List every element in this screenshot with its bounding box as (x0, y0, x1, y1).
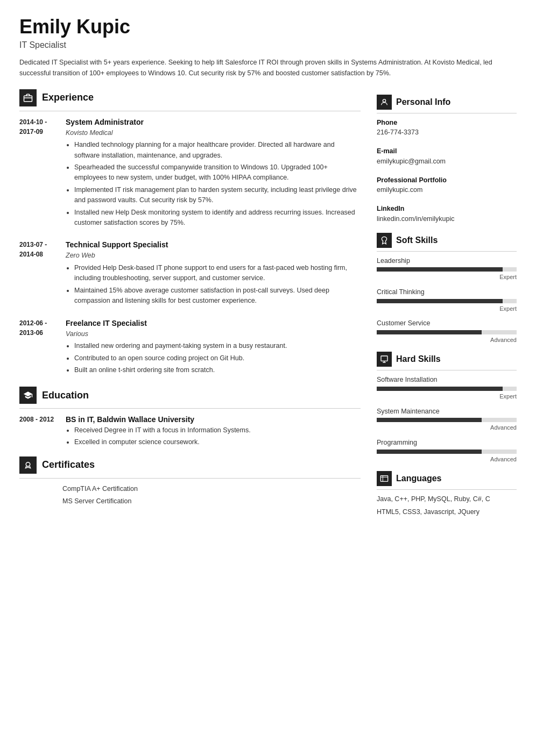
skill-name: Customer Service (377, 318, 517, 329)
skill-name: Leadership (377, 256, 517, 266)
skill-level: Advanced (377, 336, 517, 345)
experience-bullet: Implemented IT risk management plan to h… (74, 185, 361, 206)
skill-bar-fill (377, 330, 482, 334)
education-bullet: Received Degree in IT with a focus in In… (74, 425, 251, 436)
personal-info-divider (377, 113, 517, 113)
hard-skills-label: Hard Skills (396, 353, 441, 366)
main-layout: Experience 2014-10 -2017-09 System Admin… (19, 87, 517, 520)
skill-bar-fill (377, 418, 482, 422)
portfolio-label: Professional Portfolio (377, 175, 517, 186)
resume-header: Emily Kupic IT Specialist Dedicated IT S… (19, 16, 517, 79)
skill-level: Expert (377, 392, 517, 401)
phone-value: 216-774-3373 (377, 127, 517, 138)
skill-name: System Maintenance (377, 406, 517, 417)
exp-content: Freelance IT Specialist Various Installe… (66, 318, 361, 377)
job-title: Freelance IT Specialist (66, 318, 361, 329)
experience-bullet: Contributed to an open source coding pro… (74, 353, 361, 363)
certificates-divider (19, 478, 361, 479)
candidate-summary: Dedicated IT Specialist with 5+ years ex… (19, 57, 517, 79)
skill-bar-fill (377, 450, 482, 454)
languages-icon (377, 471, 392, 486)
hard-skill-item: System Maintenance Advanced (377, 406, 517, 432)
skill-level: Advanced (377, 423, 517, 432)
certificates-label: Certificates (42, 458, 95, 472)
exp-content: System Administrator Kovisto Medical Han… (66, 117, 361, 230)
personal-info-icon (377, 95, 392, 110)
education-label: Education (42, 388, 89, 403)
edu-date: 2008 - 2012 (19, 414, 58, 449)
language-item: Java, C++, PHP, MySQL, Ruby, C#, C (377, 494, 517, 504)
experience-list: 2014-10 -2017-09 System Administrator Ko… (19, 117, 361, 377)
email-label: E-mail (377, 146, 517, 156)
hard-skill-item: Software Installation Expert (377, 375, 517, 401)
experience-bullet: Spearheaded the successful companywide t… (74, 162, 361, 183)
experience-bullet: Installed new Help Desk monitoring syste… (74, 208, 361, 229)
email-value: emilykupic@gmail.com (377, 156, 517, 167)
experience-label: Experience (42, 90, 94, 105)
skill-bar (377, 450, 517, 454)
skill-bar (377, 299, 517, 303)
svg-rect-0 (24, 96, 32, 102)
certificates-list: CompTIA A+ CertificationMS Server Certif… (19, 484, 361, 507)
company-name: Zero Web (66, 251, 361, 261)
skill-level: Expert (377, 273, 517, 282)
candidate-name: Emily Kupic (19, 16, 517, 38)
languages-divider (377, 489, 517, 490)
soft-skills-icon (377, 233, 392, 248)
phone-label: Phone (377, 118, 517, 128)
experience-icon (19, 89, 37, 106)
linkedin-value: linkedin.com/in/emilykupic (377, 214, 517, 224)
certificate-item: CompTIA A+ Certification (62, 484, 361, 494)
experience-bullet: Built an online t-shirt ordering site fr… (74, 365, 361, 375)
portfolio-block: Professional Portfolio emilykupic.com (377, 175, 517, 196)
languages-label: Languages (396, 472, 441, 485)
exp-date: 2014-10 -2017-09 (19, 117, 58, 230)
svg-rect-5 (380, 476, 387, 482)
languages-list: Java, C++, PHP, MySQL, Ruby, C#, CHTML5,… (377, 494, 517, 517)
experience-bullet: Maintained 15% above average customer sa… (74, 286, 361, 306)
soft-skills-label: Soft Skills (396, 234, 438, 247)
certificate-item: MS Server Certification (62, 496, 361, 507)
linkedin-block: LinkedIn linkedin.com/in/emilykupic (377, 204, 517, 224)
portfolio-value: emilykupic.com (377, 185, 517, 195)
edu-content: BS in IT, Baldwin Wallace University Rec… (66, 414, 251, 449)
skill-bar (377, 267, 517, 272)
experience-bullet: Installed new ordering and payment-takin… (74, 341, 361, 351)
exp-date: 2012-06 -2013-06 (19, 318, 58, 377)
skill-bar (377, 418, 517, 422)
education-divider (19, 408, 361, 409)
education-icon (19, 387, 37, 404)
skill-bar-fill (377, 299, 503, 303)
experience-section-header: Experience (19, 89, 361, 106)
education-entry: 2008 - 2012 BS in IT, Baldwin Wallace Un… (19, 414, 361, 449)
experience-entry: 2013-07 -2014-08 Technical Support Speci… (19, 239, 361, 308)
experience-entry: 2014-10 -2017-09 System Administrator Ko… (19, 117, 361, 230)
personal-info-header: Personal Info (377, 95, 517, 110)
edu-degree: BS in IT, Baldwin Wallace University (66, 414, 251, 425)
soft-skill-item: Leadership Expert (377, 256, 517, 282)
right-column: Personal Info Phone 216-774-3373 E-mail … (377, 87, 517, 520)
language-item: HTML5, CSS3, Javascript, JQuery (377, 507, 517, 517)
svg-point-3 (383, 99, 385, 102)
skill-name: Critical Thinking (377, 287, 517, 297)
linkedin-label: LinkedIn (377, 204, 517, 214)
certificates-section-header: Certificates (19, 457, 361, 474)
experience-bullet: Handled technology planning for a major … (74, 140, 361, 161)
company-name: Various (66, 329, 361, 339)
education-list: 2008 - 2012 BS in IT, Baldwin Wallace Un… (19, 414, 361, 449)
skill-level: Expert (377, 304, 517, 313)
phone-block: Phone 216-774-3373 (377, 118, 517, 138)
experience-bullet: Provided Help Desk-based IT phone suppor… (74, 263, 361, 284)
hard-skills-divider (377, 370, 517, 370)
education-section-header: Education (19, 387, 361, 404)
hard-skills-icon (377, 352, 392, 367)
soft-skills-list: Leadership Expert Critical Thinking Expe… (377, 256, 517, 345)
left-column: Experience 2014-10 -2017-09 System Admin… (19, 87, 361, 520)
email-block: E-mail emilykupic@gmail.com (377, 146, 517, 167)
personal-info-label: Personal Info (396, 96, 450, 109)
skill-bar (377, 387, 517, 391)
skill-name: Programming (377, 438, 517, 448)
skill-bar-fill (377, 387, 503, 391)
soft-skills-header: Soft Skills (377, 233, 517, 248)
candidate-title: IT Specialist (19, 39, 517, 52)
